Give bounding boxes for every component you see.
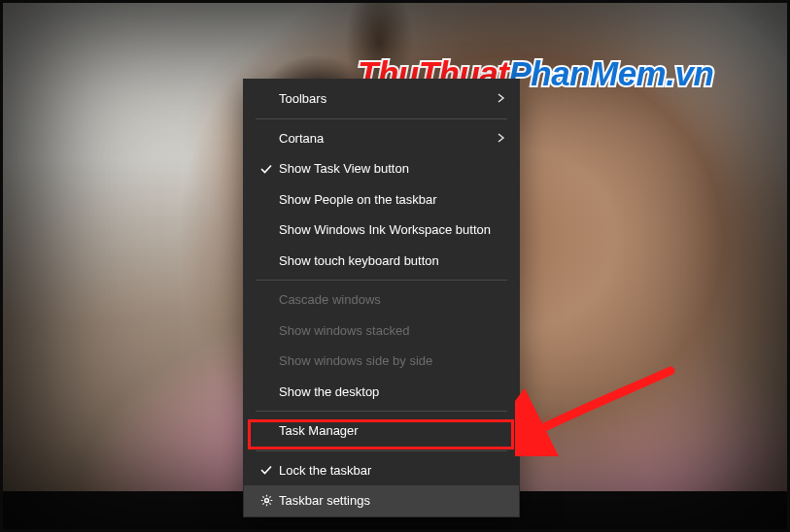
menu-item-windows-side-by-side: Show windows side by side [244,346,519,377]
menu-label: Show the desktop [279,384,505,399]
menu-item-show-people[interactable]: Show People on the taskbar [244,184,519,216]
check-icon [254,463,279,477]
chevron-right-icon [492,91,505,106]
menu-label: Show Windows Ink Workspace button [279,222,505,237]
menu-item-show-desktop[interactable]: Show the desktop [244,377,519,408]
menu-item-windows-stacked: Show windows stacked [244,316,519,347]
menu-item-show-task-view[interactable]: Show Task View button [244,153,519,184]
menu-item-show-ink-workspace[interactable]: Show Windows Ink Workspace button [244,215,519,246]
menu-label: Toolbars [279,91,492,106]
separator [256,411,507,412]
menu-item-cortana[interactable]: Cortana [244,123,519,154]
watermark-part3: .vn [666,54,713,92]
menu-label: Lock the taskbar [279,463,505,478]
menu-item-task-manager[interactable]: Task Manager [244,416,519,447]
menu-label: Taskbar settings [279,493,505,508]
separator [256,118,507,119]
check-icon [254,162,279,176]
taskbar-context-menu: Toolbars Cortana Show Task View button S… [243,79,520,517]
separator [256,450,507,451]
menu-label: Task Manager [279,423,505,438]
menu-label: Cortana [279,131,492,146]
menu-label: Cascade windows [279,292,505,307]
chevron-right-icon [492,131,505,146]
menu-label: Show People on the taskbar [279,192,505,207]
menu-label: Show Task View button [279,161,505,176]
menu-item-toolbars[interactable]: Toolbars [244,83,519,115]
menu-item-cascade-windows: Cascade windows [244,284,519,316]
menu-item-taskbar-settings[interactable]: Taskbar settings [244,485,519,516]
watermark-part2: PhanMem [508,54,666,92]
separator [256,280,507,281]
menu-label: Show touch keyboard button [279,253,505,268]
menu-item-show-touch-keyboard[interactable]: Show touch keyboard button [244,246,519,277]
gear-icon [254,493,279,508]
menu-label: Show windows side by side [279,353,505,368]
menu-label: Show windows stacked [279,323,505,338]
menu-item-lock-taskbar[interactable]: Lock the taskbar [244,455,519,486]
